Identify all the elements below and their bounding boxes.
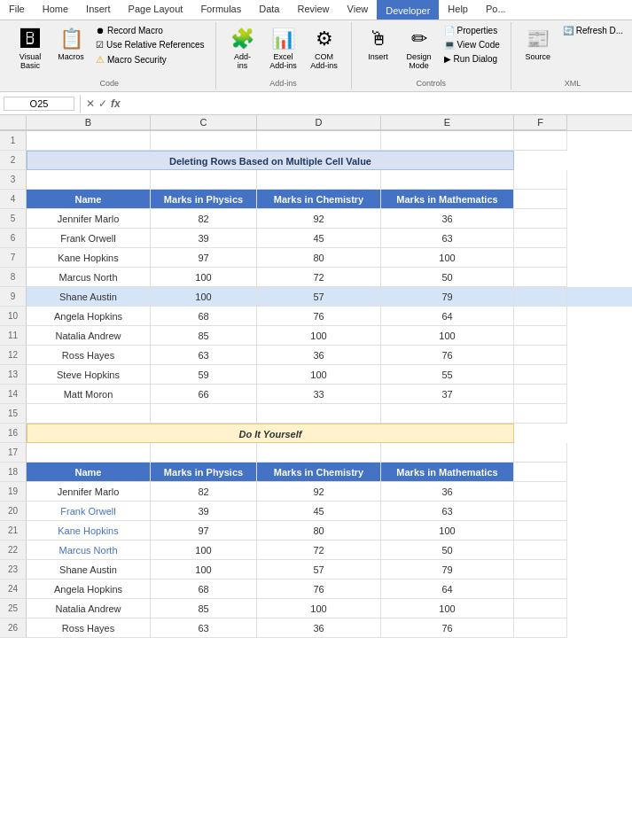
cell-d17[interactable] <box>257 443 381 463</box>
cell-c6[interactable]: 39 <box>151 229 257 248</box>
cell-f12[interactable] <box>514 346 567 365</box>
cell-e10[interactable]: 64 <box>381 307 514 326</box>
cell-f22[interactable] <box>514 541 567 560</box>
cell-c4-header[interactable]: Marks in Physics <box>151 190 257 209</box>
cell-d19[interactable]: 92 <box>257 482 381 502</box>
cell-c13[interactable]: 59 <box>151 365 257 385</box>
cell-b13[interactable]: Steve Hopkins <box>27 365 151 385</box>
macros-button[interactable]: 📋 Macros <box>51 24 90 65</box>
run-dialog-button[interactable]: ▶ Run Dialog <box>441 52 503 66</box>
cell-c11[interactable]: 85 <box>151 326 257 346</box>
cell-e12[interactable]: 76 <box>381 346 514 365</box>
cell-d11[interactable]: 100 <box>257 326 381 346</box>
cell-e7[interactable]: 100 <box>381 248 514 268</box>
cell-e24[interactable]: 64 <box>381 579 514 599</box>
refresh-button[interactable]: 🔄 Refresh D... <box>559 24 627 37</box>
cell-c17[interactable] <box>151 443 257 463</box>
cell-b17[interactable] <box>27 443 151 463</box>
cell-d23[interactable]: 57 <box>257 560 381 579</box>
cell-b26[interactable]: Ross Hayes <box>27 618 151 638</box>
cell-d26[interactable]: 36 <box>257 618 381 638</box>
cell-f17[interactable] <box>514 443 567 463</box>
cell-f7[interactable] <box>514 248 567 268</box>
cell-b19[interactable]: Jennifer Marlo <box>27 482 151 502</box>
cell-b11[interactable]: Natalia Andrew <box>27 326 151 346</box>
add-ins-button[interactable]: 🧩 Add-ins <box>223 24 262 74</box>
col-header-e[interactable]: E <box>381 115 514 130</box>
cell-c14[interactable]: 66 <box>151 385 257 404</box>
col-header-b[interactable]: B <box>27 115 151 130</box>
cell-e17[interactable] <box>381 443 514 463</box>
cell-d18-header[interactable]: Marks in Chemistry <box>257 463 381 482</box>
visual-basic-button[interactable]: 🅱 VisualBasic <box>11 24 50 74</box>
tab-formulas[interactable]: Formulas <box>191 0 250 19</box>
cell-f18[interactable] <box>514 463 567 482</box>
cell-d8[interactable]: 72 <box>257 268 381 287</box>
cell-e11[interactable]: 100 <box>381 326 514 346</box>
cell-d7[interactable]: 80 <box>257 248 381 268</box>
confirm-icon[interactable]: ✓ <box>98 97 107 110</box>
design-mode-button[interactable]: ✏ DesignMode <box>400 24 439 74</box>
cell-f20[interactable] <box>514 502 567 521</box>
properties-button[interactable]: 📄 Properties <box>441 24 503 37</box>
cell-c26[interactable]: 63 <box>151 618 257 638</box>
view-code-button[interactable]: 💻 View Code <box>441 38 503 51</box>
cell-e5[interactable]: 36 <box>381 209 514 229</box>
cell-c19[interactable]: 82 <box>151 482 257 502</box>
cell-f1[interactable] <box>514 131 567 151</box>
tab-file[interactable]: File <box>0 0 34 19</box>
cell-d1[interactable] <box>257 131 381 151</box>
cell-d10[interactable]: 76 <box>257 307 381 326</box>
cell-b12[interactable]: Ross Hayes <box>27 346 151 365</box>
cell-c20[interactable]: 39 <box>151 502 257 521</box>
cell-e14[interactable]: 37 <box>381 385 514 404</box>
cell-d21[interactable]: 80 <box>257 521 381 541</box>
col-header-d[interactable]: D <box>257 115 381 130</box>
cell-f13[interactable] <box>514 365 567 385</box>
cell-d12[interactable]: 36 <box>257 346 381 365</box>
cell-d4-header[interactable]: Marks in Chemistry <box>257 190 381 209</box>
cell-e19[interactable]: 36 <box>381 482 514 502</box>
com-add-ins-button[interactable]: ⚙ COMAdd-ins <box>305 24 344 74</box>
cell-f8[interactable] <box>514 268 567 287</box>
cell-d14[interactable]: 33 <box>257 385 381 404</box>
cell-e6[interactable]: 63 <box>381 229 514 248</box>
cell-d5[interactable]: 92 <box>257 209 381 229</box>
tab-more[interactable]: Po... <box>477 0 515 19</box>
cell-d6[interactable]: 45 <box>257 229 381 248</box>
cell-e23[interactable]: 79 <box>381 560 514 579</box>
cell-d24[interactable]: 76 <box>257 579 381 599</box>
excel-add-ins-button[interactable]: 📊 ExcelAdd-ins <box>264 24 303 74</box>
cell-d22[interactable]: 72 <box>257 541 381 560</box>
cell-f26[interactable] <box>514 618 567 638</box>
cell-b16-diy[interactable]: Do It Yourself <box>27 424 514 443</box>
cell-e22[interactable]: 50 <box>381 541 514 560</box>
insert-control-button[interactable]: 🖱 Insert <box>359 24 398 65</box>
cell-d25[interactable]: 100 <box>257 599 381 618</box>
cell-f21[interactable] <box>514 521 567 541</box>
cell-b23[interactable]: Shane Austin <box>27 560 151 579</box>
cell-f10[interactable] <box>514 307 567 326</box>
cell-b15[interactable] <box>27 404 151 424</box>
cell-f24[interactable] <box>514 579 567 599</box>
cell-c18-header[interactable]: Marks in Physics <box>151 463 257 482</box>
cell-f19[interactable] <box>514 482 567 502</box>
cell-f14[interactable] <box>514 385 567 404</box>
cell-c1[interactable] <box>151 131 257 151</box>
cell-f15[interactable] <box>514 404 567 424</box>
cell-d13[interactable]: 100 <box>257 365 381 385</box>
cell-b5[interactable]: Jennifer Marlo <box>27 209 151 229</box>
cell-b8[interactable]: Marcus North <box>27 268 151 287</box>
cell-c5[interactable]: 82 <box>151 209 257 229</box>
tab-page-layout[interactable]: Page Layout <box>120 0 192 19</box>
cell-f11[interactable] <box>514 326 567 346</box>
cell-b20[interactable]: Frank Orwell <box>27 502 151 521</box>
cell-b1[interactable] <box>27 131 151 151</box>
cell-c7[interactable]: 97 <box>151 248 257 268</box>
cell-c3[interactable] <box>151 170 257 190</box>
cell-c9[interactable]: 100 <box>151 287 257 307</box>
cell-f9[interactable] <box>514 287 567 307</box>
formula-input[interactable] <box>124 98 632 109</box>
cell-b2-title[interactable]: Deleting Rows Based on Multiple Cell Val… <box>27 151 514 170</box>
cell-c15[interactable] <box>151 404 257 424</box>
